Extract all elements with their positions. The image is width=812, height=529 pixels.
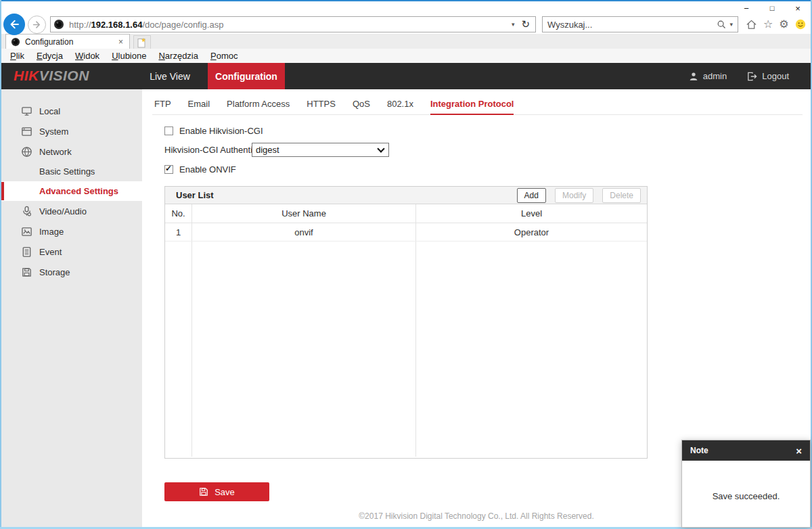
sidebar-item-video-audio[interactable]: Video/Audio <box>1 201 142 221</box>
note-close-icon[interactable]: × <box>796 446 802 456</box>
menu-ulubione[interactable]: Ulubione <box>106 51 152 61</box>
favorites-star-icon[interactable]: ☆ <box>763 19 773 30</box>
cgi-authentication-label: Hikvision-CGI Authenticat... <box>164 145 252 155</box>
sidebar-item-label: System <box>39 127 68 137</box>
address-dropdown-icon[interactable]: ▾ <box>508 21 519 28</box>
tab-bar: Configuration × <box>1 34 811 49</box>
user-table-empty-body <box>165 242 647 457</box>
logo-vision-text: VISION <box>39 68 89 83</box>
close-button[interactable]: × <box>785 1 811 15</box>
enable-onvif-row: Enable ONVIF <box>164 164 236 175</box>
nav-live-view[interactable]: Live View <box>140 63 200 89</box>
event-icon <box>21 246 32 258</box>
empty-col-level <box>416 242 647 457</box>
tab-qos[interactable]: QoS <box>353 97 370 115</box>
menu-plik[interactable]: Plik <box>4 51 30 61</box>
sidebar-item-label: Storage <box>39 267 70 277</box>
save-button[interactable]: Save <box>164 482 269 501</box>
search-input[interactable] <box>547 20 717 30</box>
sidebar-item-advanced-settings[interactable]: Advanced Settings <box>1 181 142 201</box>
title-bar: − □ × <box>1 1 811 15</box>
sidebar-item-system[interactable]: System <box>1 121 142 141</box>
image-icon <box>21 226 32 237</box>
globe-icon <box>21 146 32 158</box>
user-list-panel: User List Add Modify Delete No. User Nam… <box>164 186 648 459</box>
cgi-authentication-select[interactable]: digest <box>252 143 389 157</box>
column-header-username: User Name <box>192 204 416 223</box>
sidebar-item-label: Network <box>39 147 72 157</box>
cell-no: 1 <box>165 223 192 241</box>
sidebar-item-label: Event <box>39 247 62 257</box>
sidebar-item-label: Basic Settings <box>39 166 95 177</box>
add-button[interactable]: Add <box>517 188 546 203</box>
home-icon[interactable] <box>746 19 757 30</box>
save-button-label: Save <box>215 487 235 497</box>
nav-configuration[interactable]: Configuration <box>208 63 285 89</box>
back-button[interactable] <box>3 14 25 35</box>
forward-arrow-icon <box>32 20 42 30</box>
new-tab-icon <box>137 37 147 48</box>
tab-integration-protocol[interactable]: Integration Protocol <box>430 97 514 115</box>
tab-https[interactable]: HTTPS <box>307 97 336 115</box>
menu-edycja[interactable]: Edycja <box>30 51 69 61</box>
search-dropdown-icon[interactable]: ▾ <box>726 21 733 28</box>
sidebar-item-image[interactable]: Image <box>1 221 142 242</box>
window-icon <box>21 126 32 137</box>
forward-button[interactable] <box>28 16 46 34</box>
sidebar-item-network[interactable]: Network <box>1 141 142 162</box>
browser-window: − □ × http://192.168.1.64/doc/page/confi… <box>0 0 812 529</box>
tab-platform-access[interactable]: Platform Access <box>227 97 290 115</box>
delete-button[interactable]: Delete <box>602 188 641 203</box>
sidebar-item-event[interactable]: Event <box>1 242 142 262</box>
sidebar-item-basic-settings[interactable]: Basic Settings <box>1 162 142 181</box>
user-table-header: No. User Name Level <box>165 204 647 223</box>
new-tab-button[interactable] <box>133 35 151 49</box>
cgi-authentication-value: digest <box>256 145 279 155</box>
tab-8021x[interactable]: 802.1x <box>387 97 413 115</box>
empty-col-user <box>192 242 416 457</box>
storage-icon <box>21 267 32 278</box>
tab-email[interactable]: Email <box>188 97 210 115</box>
settings-gear-icon[interactable]: ⚙ <box>779 19 788 30</box>
maximize-button[interactable]: □ <box>759 1 785 15</box>
cgi-authentication-row: Hikvision-CGI Authenticat... digest <box>164 143 389 157</box>
enable-onvif-checkbox[interactable] <box>164 165 173 174</box>
user-list-title: User List <box>176 190 508 200</box>
minimize-button[interactable]: − <box>734 1 759 15</box>
enable-cgi-checkbox[interactable] <box>164 127 173 135</box>
user-area: admin Logout <box>689 63 789 89</box>
logout-button[interactable]: Logout <box>747 71 789 81</box>
browser-tab-configuration[interactable]: Configuration × <box>5 34 130 49</box>
navigation-bar: http://192.168.1.64/doc/page/config.asp … <box>1 15 811 34</box>
user-icon <box>689 72 698 81</box>
sidebar-item-local[interactable]: Local <box>1 101 142 121</box>
url-prefix: http:// <box>69 20 91 30</box>
modify-button[interactable]: Modify <box>555 188 593 203</box>
tab-close-icon[interactable]: × <box>117 37 125 47</box>
search-box: ▾ <box>542 16 738 32</box>
tab-favicon <box>11 37 20 47</box>
settings-tabs: FTP Email Platform Access HTTPS QoS 802.… <box>152 97 803 115</box>
enable-onvif-label: Enable ONVIF <box>179 164 236 175</box>
cell-username: onvif <box>192 223 416 241</box>
feedback-smiley-icon[interactable] <box>795 19 806 30</box>
note-dialog: Note × Save succeeded. <box>681 440 811 528</box>
refresh-icon[interactable]: ↻ <box>518 18 533 30</box>
table-row[interactable]: 1 onvif Operator <box>165 223 647 242</box>
menu-narzedzia[interactable]: Narzędzia <box>152 51 204 61</box>
sidebar: Local System Network Basic Settings Adva… <box>1 89 142 527</box>
menu-bar: Plik Edycja Widok Ulubione Narzędzia Pom… <box>1 49 811 63</box>
logout-label: Logout <box>762 71 789 81</box>
sidebar-item-label: Video/Audio <box>39 206 87 216</box>
hikvision-logo: HIKVISION <box>14 68 89 84</box>
app-header: HIKVISION Live View Configuration admin … <box>1 63 811 89</box>
column-header-no: No. <box>165 204 192 223</box>
search-icon[interactable] <box>717 20 726 29</box>
menu-widok[interactable]: Widok <box>69 51 106 61</box>
empty-col-no <box>165 242 192 457</box>
window-border-left <box>0 0 1 529</box>
address-bar[interactable]: http://192.168.1.64/doc/page/config.asp … <box>50 16 536 32</box>
sidebar-item-storage[interactable]: Storage <box>1 262 142 282</box>
menu-pomoc[interactable]: Pomoc <box>204 51 244 61</box>
tab-ftp[interactable]: FTP <box>154 97 171 115</box>
